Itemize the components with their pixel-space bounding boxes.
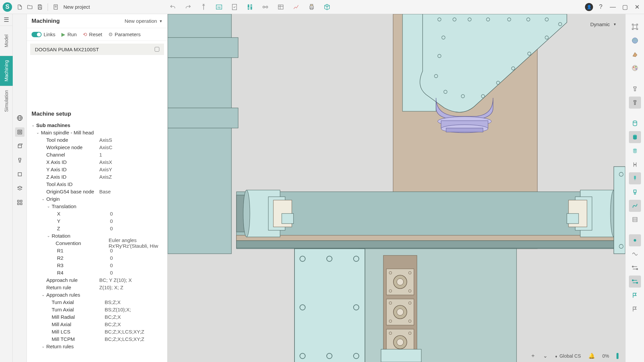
stock-solid-icon[interactable] (629, 131, 641, 143)
tree-row[interactable]: Mill AxialBC;Z;X (30, 320, 164, 328)
report-icon[interactable] (229, 2, 239, 12)
close-icon[interactable]: ✕ (633, 3, 641, 11)
app-logo[interactable]: S (3, 2, 12, 12)
save-icon[interactable] (36, 3, 44, 11)
tree-row[interactable]: ConventionEuler angles Rx'Ry'Rz'(Staubli… (30, 239, 164, 247)
tab-model[interactable]: Model (0, 25, 13, 56)
tree-row[interactable]: OriginG54 base nodeBase (30, 188, 164, 195)
add-icon[interactable]: ＋ (530, 352, 536, 359)
links-toggle[interactable]: Links (32, 32, 55, 37)
path-a-icon[interactable] (629, 262, 641, 274)
open-folder-icon[interactable] (25, 3, 34, 11)
holder-icon[interactable] (629, 186, 641, 198)
help-icon[interactable]: ? (596, 3, 605, 11)
wireframe-icon[interactable] (629, 83, 641, 95)
new-file-icon[interactable] (15, 3, 24, 11)
tab-machining[interactable]: Machining (0, 56, 13, 86)
shaded-icon[interactable] (629, 97, 641, 109)
wave-icon[interactable] (629, 248, 641, 260)
stock-wire-icon[interactable] (629, 117, 641, 129)
machine-row[interactable]: DOOSAN PUMA MX2100ST (30, 44, 164, 55)
chevron-down-icon[interactable]: ⌄ (543, 353, 547, 359)
fixture-icon[interactable] (15, 156, 24, 165)
tree-row[interactable]: Y Axis IDAxisY (30, 166, 164, 173)
tool-display-icon[interactable] (629, 172, 641, 184)
settings-icon[interactable] (245, 2, 255, 12)
stock-trans-icon[interactable] (629, 145, 641, 157)
svg-rect-19 (310, 4, 313, 6)
globe-view-icon[interactable] (629, 35, 641, 47)
new-operation-button[interactable]: New operation▼ (124, 18, 163, 24)
fit-view-icon[interactable] (629, 21, 641, 33)
tree-row[interactable]: ⌄Approach rules (30, 291, 164, 298)
minimize-icon[interactable]: — (608, 3, 617, 11)
flag-icon[interactable] (629, 289, 641, 301)
table-icon[interactable] (276, 2, 286, 12)
hatch-icon[interactable] (629, 214, 641, 226)
tree-row[interactable]: R20 (30, 254, 164, 261)
user-avatar[interactable]: 👤 (585, 3, 593, 11)
view-mode-dropdown[interactable]: Dynamic▼ (590, 21, 616, 27)
redo-icon[interactable] (183, 2, 193, 12)
clamp-icon[interactable] (629, 159, 641, 171)
tree-row[interactable]: ⌄Translation (30, 202, 164, 210)
flag-outline-icon[interactable] (629, 303, 641, 315)
tree-row[interactable]: Y0 (30, 217, 164, 225)
tab-simulation[interactable]: Simulation (0, 86, 13, 116)
cube-icon[interactable] (322, 2, 332, 12)
tree-row[interactable]: Z Axis IDAxisZ (30, 173, 164, 180)
tree-row[interactable]: Turn AxialBS;Z;X (30, 298, 164, 306)
tree-row[interactable]: R30 (30, 261, 164, 269)
tree-row[interactable]: Turn AxialBS;Z(10);X; (30, 306, 164, 313)
path-b-icon[interactable] (629, 276, 641, 288)
undo-icon[interactable] (168, 2, 178, 12)
cs-indicator[interactable]: ⬧Global CS (555, 353, 581, 359)
grid-icon[interactable] (15, 198, 24, 207)
parameters-button[interactable]: ⚙Parameters (108, 32, 141, 38)
document-icon[interactable] (51, 3, 60, 11)
tree-row[interactable]: Mill RadialBC;Z;X (30, 313, 164, 320)
tree-row[interactable]: ⌄Main spindle - Mill head (30, 129, 164, 136)
box-icon[interactable] (15, 170, 24, 179)
machine-checkbox-icon[interactable] (155, 47, 159, 52)
tree-row[interactable]: Z0 (30, 225, 164, 232)
tree-row[interactable]: ⌄Sub machines (30, 121, 164, 129)
svg-rect-74 (614, 167, 625, 254)
point-icon[interactable] (629, 234, 641, 246)
tree-row[interactable]: Approach ruleBC; Y Z(10); X (30, 276, 164, 284)
svg-rect-67 (282, 214, 293, 224)
tree-row[interactable]: ⌄Return rules (30, 343, 164, 349)
link-icon[interactable] (260, 2, 270, 12)
face-view-icon[interactable] (629, 48, 641, 60)
3d-viewport[interactable]: Dynamic▼ (168, 14, 625, 362)
svg-rect-25 (19, 131, 20, 133)
tree-row[interactable]: Mill LCSBC;Z;X;LCS;XY;Z (30, 328, 164, 335)
tree-row[interactable]: R40 (30, 269, 164, 276)
reset-button[interactable]: ⟲Reset (83, 32, 102, 38)
ni-icon[interactable]: NI (214, 2, 224, 12)
tree-row[interactable]: Tool Axis ID (30, 180, 164, 188)
tree-row[interactable]: Tool nodeAxisS (30, 136, 164, 143)
layers-icon[interactable] (15, 184, 24, 193)
menu-icon[interactable]: ☰ (0, 14, 12, 25)
globe-icon[interactable] (15, 113, 24, 123)
machine-icon[interactable] (15, 127, 24, 137)
tree-row[interactable]: ⌄Origin (30, 195, 164, 202)
maximize-icon[interactable]: ▢ (621, 3, 629, 11)
stock-icon[interactable] (15, 141, 24, 151)
bell-icon[interactable]: 🔔 (588, 353, 595, 359)
tree-row[interactable]: X Axis IDAxisX (30, 158, 164, 166)
tree-row[interactable]: Return ruleZ(10); X; Z (30, 284, 164, 291)
chart-icon[interactable] (291, 2, 301, 12)
svg-point-10 (248, 5, 249, 7)
run-button[interactable]: ▶Run (61, 32, 77, 38)
palette-icon[interactable] (629, 62, 641, 74)
separator (48, 3, 48, 11)
tool-icon-1[interactable] (199, 2, 209, 12)
tree-row[interactable]: Workpiece nodeAxisC (30, 143, 164, 151)
toolpath-icon[interactable] (629, 200, 641, 212)
tree-row[interactable]: Mill TCPMBC;Z;X;LCS;XY;Z (30, 335, 164, 343)
print-icon[interactable] (307, 2, 317, 12)
tree-row[interactable]: X0 (30, 210, 164, 217)
tree-row[interactable]: Channel1 (30, 151, 164, 158)
